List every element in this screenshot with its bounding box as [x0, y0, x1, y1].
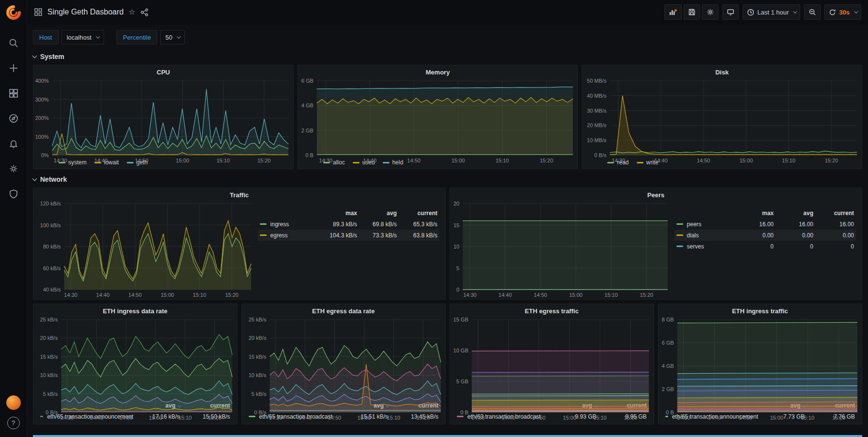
cpu-chart[interactable]: 0%100%200%300%400%14:3014:4014:5015:0015…	[33, 77, 293, 158]
svg-text:14:40: 14:40	[502, 415, 515, 421]
series-value: 16.00	[813, 221, 854, 228]
percentile-variable-value[interactable]: 50	[160, 30, 185, 44]
svg-text:15:20: 15:20	[225, 292, 239, 298]
zoom-out-button[interactable]	[804, 4, 821, 20]
svg-text:15:10: 15:10	[387, 415, 400, 421]
explore-compass-icon[interactable]	[4, 109, 23, 128]
panel-title[interactable]: ETH ingress traffic	[658, 304, 862, 316]
svg-text:15:20: 15:20	[832, 415, 845, 421]
series-value: 0	[813, 243, 854, 250]
dashboard-settings-button[interactable]	[702, 4, 718, 20]
chevron-down-icon	[96, 34, 100, 38]
star-icon[interactable]: ☆	[128, 8, 135, 16]
percentile-variable-label[interactable]: Percentile	[117, 30, 157, 44]
svg-text:100 kB/s: 100 kB/s	[40, 222, 61, 228]
svg-text:15:10: 15:10	[782, 158, 796, 163]
memory-chart[interactable]: 0 B2 GB4 GB6 GB14:3014:4014:5015:0015:10…	[298, 77, 578, 158]
svg-text:14:30: 14:30	[463, 292, 477, 298]
configuration-gear-icon[interactable]	[4, 159, 23, 178]
legend-column-current[interactable]: current	[397, 210, 437, 217]
dashboard-content: System CPU 0%100%200%300%400%14:3014:401…	[27, 49, 868, 437]
panel-title[interactable]: Disk	[582, 65, 862, 77]
panel-title[interactable]: Traffic	[33, 188, 445, 200]
disk-chart[interactable]: 0 B/s10 MB/s20 MB/s30 MB/s40 MB/s50 MB/s…	[582, 77, 862, 158]
svg-text:14:30: 14:30	[319, 158, 333, 163]
svg-text:15:10: 15:10	[593, 415, 607, 421]
series-name[interactable]: egress	[260, 232, 314, 239]
refresh-picker[interactable]: 30s	[824, 4, 861, 20]
svg-text:400%: 400%	[35, 78, 49, 84]
topbar: Single Geth Dasboard ☆	[27, 0, 868, 24]
save-dashboard-button[interactable]	[684, 4, 700, 20]
nav-sidebar: ?	[0, 0, 27, 437]
refresh-interval-label: 30s	[839, 9, 850, 16]
svg-text:15:10: 15:10	[193, 292, 207, 298]
legend-column-current[interactable]: current	[813, 210, 854, 217]
row-header-network[interactable]: Network	[33, 173, 862, 186]
series-color-dash	[676, 246, 683, 247]
svg-text:14:30: 14:30	[60, 415, 74, 421]
server-admin-shield-icon[interactable]	[4, 184, 23, 204]
svg-text:14:50: 14:50	[328, 415, 341, 421]
panel-peers: Peers 0510152014:3014:4014:5015:0015:101…	[449, 188, 862, 300]
add-panel-button[interactable]	[664, 4, 682, 20]
eth-egress-data-rate-chart[interactable]: 0 B/s5 kB/s10 kB/s15 kB/s20 kB/s25 kB/s1…	[242, 316, 446, 400]
svg-text:15:20: 15:20	[640, 292, 654, 298]
search-icon[interactable]	[4, 33, 23, 53]
legend-column-max[interactable]: max	[731, 210, 774, 217]
series-name[interactable]: dials	[676, 232, 731, 239]
host-variable-value[interactable]: localhost	[61, 30, 104, 44]
panel-eth-ingress-data-rate: ETH ingress data rate 0 B/s5 kB/s10 kB/s…	[33, 304, 238, 424]
grafana-logo[interactable]	[5, 4, 22, 21]
series-color-dash	[260, 234, 267, 236]
svg-text:5 GB: 5 GB	[456, 379, 468, 384]
panel-title[interactable]: CPU	[33, 65, 293, 77]
panel-title[interactable]: ETH egress data rate	[242, 304, 446, 316]
panel-eth-ingress-traffic: ETH ingress traffic 0 B2 GB4 GB6 GB8 GB1…	[658, 304, 863, 424]
svg-text:15:10: 15:10	[216, 158, 230, 163]
legend-column-avg[interactable]: avg	[357, 210, 397, 217]
svg-text:15:00: 15:00	[149, 415, 163, 421]
svg-text:14:30: 14:30	[269, 415, 283, 421]
panel-memory: Memory 0 B2 GB4 GB6 GB14:3014:4014:5015:…	[298, 65, 578, 169]
panel-title[interactable]: ETH egress traffic	[450, 304, 654, 316]
panel-title[interactable]: ETH ingress data rate	[33, 304, 237, 316]
eth-ingress-traffic-chart[interactable]: 0 B2 GB4 GB6 GB8 GB14:3014:4014:5015:001…	[658, 316, 862, 400]
series-name[interactable]: peers	[676, 221, 731, 228]
time-range-picker[interactable]: Last 1 hour	[743, 4, 800, 20]
row-header-system[interactable]: System	[33, 50, 862, 63]
help-icon[interactable]: ?	[7, 417, 20, 429]
alerting-bell-icon[interactable]	[4, 134, 23, 153]
series-value: 63.8 kB/s	[397, 232, 437, 239]
panel-title[interactable]: Peers	[450, 188, 862, 200]
traffic-chart[interactable]: 40 kB/s60 kB/s80 kB/s100 kB/s120 kB/s14:…	[33, 200, 256, 299]
svg-text:0 B: 0 B	[460, 409, 468, 415]
peers-chart[interactable]: 0510152014:3014:4014:5015:0015:1015:20	[450, 200, 673, 299]
panel-title[interactable]: Memory	[298, 65, 578, 77]
legend-column-max[interactable]: max	[314, 210, 357, 217]
svg-text:14:40: 14:40	[708, 415, 721, 421]
eth-ingress-data-rate-chart[interactable]: 0 B/s5 kB/s10 kB/s15 kB/s20 kB/s25 kB/s1…	[33, 316, 237, 400]
cycle-view-mode-button[interactable]	[722, 4, 739, 20]
svg-text:14:30: 14:30	[677, 415, 690, 421]
panel-eth-egress-traffic: ETH egress traffic 0 B5 GB10 GB15 GB14:3…	[449, 304, 654, 424]
svg-text:5 kB/s: 5 kB/s	[43, 391, 58, 397]
plus-icon[interactable]	[4, 58, 23, 78]
svg-text:25 kB/s: 25 kB/s	[40, 317, 58, 322]
svg-text:15:10: 15:10	[179, 415, 192, 421]
eth-egress-traffic-chart[interactable]: 0 B5 GB10 GB15 GB14:3014:4014:5015:0015:…	[450, 316, 654, 400]
svg-text:14:40: 14:40	[363, 158, 377, 163]
series-value: 0.00	[731, 232, 774, 239]
legend-column-avg[interactable]: avg	[774, 210, 813, 217]
series-name[interactable]: serves	[676, 243, 731, 250]
avatar[interactable]	[6, 395, 21, 410]
svg-text:14:50: 14:50	[135, 158, 149, 163]
host-variable-label[interactable]: Host	[33, 30, 59, 44]
refresh-icon	[829, 9, 836, 16]
dashboards-icon[interactable]	[4, 84, 23, 103]
traffic-legend-table: maxavgcurrent ingress89.3 kB/s69.8 kB/s6…	[256, 200, 445, 299]
share-icon[interactable]	[140, 8, 149, 16]
svg-text:15: 15	[453, 222, 459, 228]
series-name[interactable]: ingress	[260, 221, 314, 228]
legend-table-row: serves000	[674, 241, 856, 252]
